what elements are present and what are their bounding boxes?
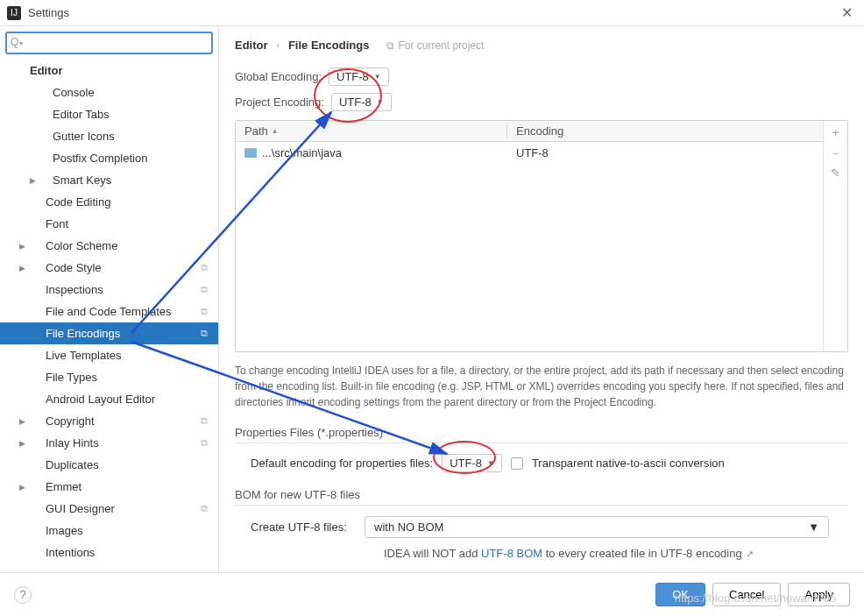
table-row[interactable]: ...\src\main\javaUTF-8 [236, 142, 823, 163]
sidebar-item[interactable]: ▶Smart Keys [0, 169, 218, 191]
content-pane: Editor › File Encodings ⧉ For current pr… [219, 26, 864, 572]
sidebar-item-label: Code Style [46, 261, 102, 274]
footer: ? OK Cancel Apply [0, 572, 864, 616]
bom-note: IDEA will NOT add UTF-8 BOM to every cre… [235, 547, 848, 560]
project-encoding-label: Project Encoding: [235, 96, 324, 109]
copy-icon: ⧉ [201, 328, 208, 339]
properties-section-title: Properties Files (*.properties) [235, 426, 848, 443]
sidebar-item[interactable]: Gutter Icons [0, 125, 218, 147]
sidebar-item-label: Postfix Completion [53, 152, 147, 165]
add-icon[interactable]: ＋ [830, 124, 841, 140]
copy-icon: ⧉ [201, 503, 208, 514]
col-encoding[interactable]: Encoding [507, 124, 823, 138]
bom-section-title: BOM for new UTF-8 files [235, 488, 848, 506]
app-icon: IJ [7, 6, 21, 20]
sidebar-item[interactable]: Editor [0, 60, 218, 81]
props-encoding-label: Default encoding for properties files: [251, 457, 433, 470]
sidebar-item[interactable]: Duplicates [0, 454, 218, 476]
folder-icon [244, 148, 257, 158]
bom-create-label: Create UTF-8 files: [251, 520, 356, 534]
encoding-table: Path ▲ Encoding ...\src\main\javaUTF-8 ＋… [235, 120, 848, 352]
breadcrumb: Editor › File Encodings ⧉ For current pr… [235, 39, 848, 52]
help-text: To change encoding IntelliJ IDEA uses fo… [235, 363, 848, 410]
copy-icon: ⧉ [201, 262, 208, 273]
table-toolbar: ＋ － ✎ [823, 121, 847, 351]
chevron-right-icon: › [277, 40, 280, 50]
caret-down-icon: ▼ [808, 520, 819, 534]
sidebar-item-label: Smart Keys [53, 173, 111, 187]
sidebar-item[interactable]: Inspections⧉ [0, 279, 218, 301]
sidebar-item[interactable]: ▶Copyright⧉ [0, 410, 218, 432]
help-button[interactable]: ? [14, 586, 32, 604]
sidebar-item[interactable]: ▶Code Style⧉ [0, 257, 218, 279]
sidebar-item[interactable]: Font [0, 213, 218, 235]
sidebar: Q EditorConsoleEditor TabsGutter IconsPo… [0, 26, 219, 572]
copy-icon: ⧉ [201, 306, 208, 317]
expand-arrow-icon: ▶ [19, 483, 28, 492]
sidebar-item-label: Code Editing [46, 195, 110, 209]
edit-icon[interactable]: ✎ [831, 166, 840, 180]
settings-tree[interactable]: EditorConsoleEditor TabsGutter IconsPost… [0, 60, 218, 572]
sidebar-item[interactable]: Images [0, 520, 218, 542]
sidebar-item-label: Inspections [46, 283, 103, 296]
expand-arrow-icon: ▶ [30, 176, 39, 185]
search-input[interactable] [5, 32, 213, 54]
sidebar-item-label: Font [46, 217, 68, 230]
sidebar-item[interactable]: File Types [0, 366, 218, 388]
external-link-icon: ↗ [746, 549, 754, 559]
path-text: ...\src\main\java [262, 146, 342, 159]
sidebar-item-label: Duplicates [46, 458, 99, 471]
expand-arrow-icon: ▶ [19, 264, 28, 273]
sidebar-item[interactable]: Editor Tabs [0, 103, 218, 125]
sort-asc-icon: ▲ [272, 127, 279, 135]
expand-arrow-icon: ▶ [19, 439, 28, 448]
transparent-ascii-label: Transparent native-to-ascii conversion [532, 457, 725, 470]
sidebar-item[interactable]: Live Templates [0, 344, 218, 366]
copy-icon: ⧉ [386, 39, 394, 52]
sidebar-item-label: Android Layout Editor [46, 393, 155, 406]
titlebar: IJ Settings ✕ [0, 0, 864, 26]
expand-arrow-icon: ▶ [19, 417, 28, 426]
bom-create-select[interactable]: with NO BOM ▼ [365, 516, 829, 538]
breadcrumb-root: Editor [235, 39, 268, 52]
apply-button[interactable]: Apply [788, 583, 850, 606]
ok-button[interactable]: OK [655, 583, 705, 606]
sidebar-item[interactable]: Intentions [0, 542, 218, 563]
sidebar-item-label: File Encodings [46, 327, 120, 340]
sidebar-item-label: GUI Designer [46, 502, 115, 515]
search-icon: Q [11, 36, 23, 48]
expand-arrow-icon: ▶ [19, 242, 28, 251]
remove-icon[interactable]: － [830, 145, 841, 161]
bom-link[interactable]: UTF-8 BOM [481, 547, 542, 560]
transparent-ascii-checkbox[interactable] [511, 457, 523, 470]
sidebar-item[interactable]: ▶Emmet [0, 476, 218, 498]
close-icon[interactable]: ✕ [836, 4, 857, 21]
cancel-button[interactable]: Cancel [712, 583, 781, 606]
search-box: Q [5, 32, 213, 54]
sidebar-item[interactable]: GUI Designer⧉ [0, 498, 218, 520]
sidebar-item[interactable]: File Encodings⧉ [0, 322, 218, 344]
sidebar-item-label: Images [46, 524, 83, 537]
sidebar-item[interactable]: ▶Color Scheme [0, 235, 218, 257]
sidebar-item-label: File Types [46, 371, 97, 384]
encoding-text: UTF-8 [507, 146, 823, 159]
sidebar-item[interactable]: Code Editing [0, 191, 218, 213]
annotation-ellipse [314, 68, 382, 123]
col-path[interactable]: Path ▲ [236, 124, 507, 138]
window-title: Settings [28, 6, 836, 19]
sidebar-item[interactable]: ▶Inlay Hints⧉ [0, 432, 218, 454]
sidebar-item[interactable]: Console [0, 81, 218, 103]
annotation-ellipse [433, 441, 496, 474]
sidebar-item[interactable]: File and Code Templates⧉ [0, 301, 218, 322]
sidebar-item[interactable]: Android Layout Editor [0, 388, 218, 410]
sidebar-item[interactable]: Postfix Completion [0, 147, 218, 169]
scope-badge: ⧉ For current project [386, 39, 484, 52]
copy-icon: ⧉ [201, 284, 208, 295]
sidebar-item-label: Live Templates [46, 349, 121, 362]
sidebar-item-label: Editor Tabs [53, 108, 110, 121]
sidebar-item-label: Emmet [46, 480, 81, 493]
breadcrumb-leaf: File Encodings [288, 39, 369, 52]
copy-icon: ⧉ [201, 415, 208, 427]
copy-icon: ⧉ [201, 437, 208, 449]
sidebar-item-label: Copyright [46, 414, 95, 428]
